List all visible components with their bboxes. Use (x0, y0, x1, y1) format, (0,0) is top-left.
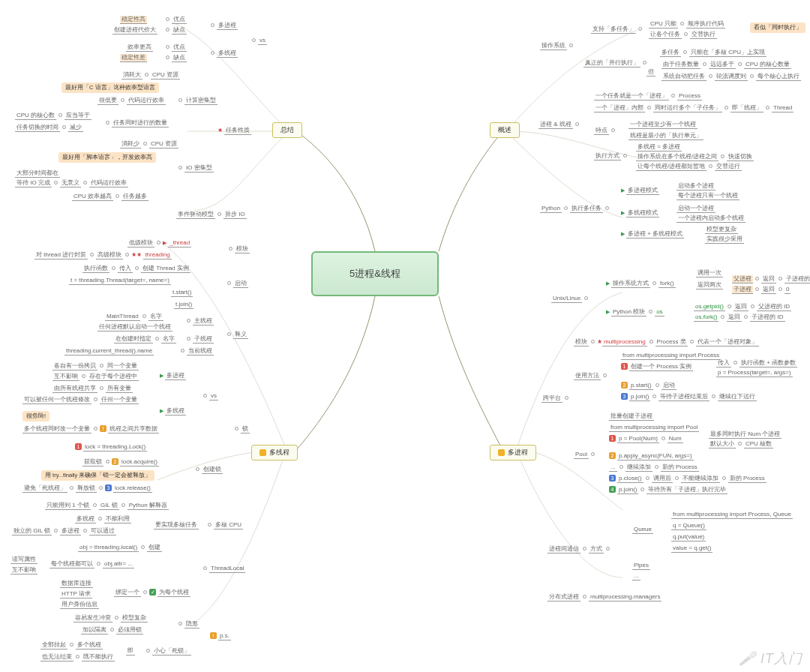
n[interactable]: 获取锁2lock.acquire() (82, 458, 159, 466)
n[interactable]: 等待 IO 完成无意义代码运行效率 (15, 178, 128, 188)
n[interactable]: p = Process(target=, args=) (716, 368, 793, 377)
n[interactable]: 也无法结束既不能执行 (40, 652, 115, 662)
n[interactable]: 对 thread 进行封装高级模块★★ threading (34, 250, 172, 260)
n[interactable]: q = Queue() (671, 521, 706, 530)
n[interactable]: os.getpid()返回父进程的 ID (694, 302, 791, 311)
n[interactable]: 创建锁 (194, 465, 223, 474)
n[interactable]: HTTP 请求 (60, 590, 92, 598)
n[interactable]: 优点 (164, 15, 187, 24)
n[interactable]: 1lock = threading.Lock() (75, 442, 147, 452)
n[interactable]: 小心「死锁」 (144, 646, 191, 656)
n[interactable]: 消耗大CPU 资源 (122, 70, 180, 80)
n[interactable]: 数据库连接 (60, 579, 93, 588)
n[interactable]: threading.current_thread().name (64, 346, 154, 356)
n[interactable]: 模块★multiprocessingProcess 类代表一个「进程对象」 (574, 338, 759, 346)
n[interactable]: !p.s. (210, 632, 231, 640)
n[interactable]: 事件驱动模型异步 IO (176, 210, 247, 219)
n[interactable]: 创建进程代价大 (112, 26, 158, 34)
n-ipc[interactable]: 进程间通信方式 (548, 544, 612, 554)
n[interactable]: 即 (126, 646, 135, 656)
n[interactable]: 要实现多核任务 (154, 520, 199, 530)
n[interactable]: 任何进程默认启动一个线程 (98, 322, 172, 332)
n[interactable]: 多进程 (208, 21, 238, 30)
n[interactable]: 多进程 (160, 371, 186, 380)
n[interactable]: ...继续添加新的 Process (609, 463, 699, 472)
n[interactable]: 计算密集型 (176, 96, 218, 105)
n[interactable]: 任务同时进行的数量 (104, 118, 169, 128)
n[interactable]: from multiprocessing import Pool (609, 423, 699, 432)
n[interactable]: IO 密集型 (176, 164, 214, 172)
n[interactable]: 3p.join()等待子进程结束后继续往下运行 (621, 392, 757, 401)
n[interactable]: 互不影响存在于每个进程中 (52, 372, 139, 381)
n[interactable]: 每个线程都可以obj.attr= ... (50, 560, 134, 568)
n[interactable]: 容易发生冲突模型复杂 (74, 614, 148, 622)
n[interactable]: 实践很少采用 (705, 235, 744, 244)
n[interactable]: 任务切换的时间减少 (15, 123, 83, 132)
n[interactable]: 多线程不能利用 (75, 514, 131, 524)
n[interactable]: Python 模块os (606, 308, 664, 316)
n[interactable]: 执行方式 (594, 152, 629, 160)
n[interactable]: 操作系统在多个线程/进程之间快速切换 (636, 152, 754, 161)
n[interactable]: 父进程返回子进程的 ID (732, 274, 810, 284)
n[interactable]: 启动一个进程 (676, 204, 716, 213)
n[interactable]: 1p = Pool(Num)Num (609, 434, 683, 443)
n[interactable]: 特点 (594, 126, 617, 135)
n[interactable]: 避免「死线程」释放锁3lock.release() (22, 484, 152, 493)
n[interactable]: 使用方法 (574, 371, 609, 380)
n[interactable]: 只能用到 1 个锁GIL 锁Python 解释器 (45, 501, 169, 510)
n[interactable]: 一个进程内启动多个线程 (676, 214, 746, 223)
n[interactable]: 多进程 + 多线程模式 (621, 230, 684, 238)
n[interactable]: 最多同时执行 Num 个进程 (709, 430, 782, 439)
n[interactable]: 操作系统方式fork() (606, 279, 676, 288)
n[interactable]: ThreadLocal (201, 564, 245, 573)
n[interactable]: 调用一次 (696, 268, 723, 278)
n[interactable]: 一个进程至少有一个线程 (628, 120, 698, 129)
n-lock[interactable]: 锁 (232, 424, 250, 434)
n[interactable]: 独立的 GIL 锁多进程可以通过 (12, 526, 116, 536)
n[interactable]: 分布式进程multiprocessing.managers (548, 592, 662, 602)
n[interactable]: 多线程模式 (621, 208, 659, 218)
n-parallel[interactable]: 真正的「并行执行」 (584, 58, 649, 68)
n[interactable]: 缺点 (164, 53, 187, 62)
n[interactable]: 缺点 (164, 26, 187, 34)
n[interactable]: ... (632, 572, 640, 580)
n-os[interactable]: 操作系统 (540, 41, 575, 50)
n-unix[interactable]: Unix/Linux (551, 294, 590, 303)
n[interactable]: 大部分时间都在 (15, 169, 60, 178)
n[interactable]: 消耗少CPU 资源 (120, 140, 178, 148)
n[interactable]: 低级模块_thread (128, 238, 191, 248)
n[interactable]: 由于任务数量远远多于CPU 的核心数量 (662, 60, 791, 69)
n[interactable]: t = threading.Thread(target=, name=) (69, 276, 171, 285)
n[interactable]: from multiprocessing import Process, Que… (671, 510, 793, 519)
n[interactable]: 读写属性 (10, 555, 38, 564)
n[interactable]: from multiprocessing import Process (621, 351, 721, 360)
n-multitask[interactable]: 支持「多任务」 (591, 25, 644, 34)
n[interactable]: vs (201, 392, 218, 400)
n[interactable]: 多任务只能在「多核 CPU」上实现 (660, 48, 766, 57)
n[interactable]: 稳定性高 (120, 15, 147, 24)
n[interactable]: 多进程模式 (621, 186, 659, 195)
n[interactable]: 2p.start()启动 (621, 381, 676, 390)
n[interactable]: 全部挂起多个线程 (40, 640, 103, 650)
n[interactable]: 默认大小CPU 核数 (709, 440, 773, 448)
n[interactable]: 加以隔离必须用锁 (81, 626, 143, 634)
n-cross[interactable]: 跨平台 (542, 394, 571, 403)
n[interactable]: 1创建一个 Process 实例 (621, 362, 693, 371)
n[interactable]: 由所有线程共享所有变量 (52, 384, 133, 393)
n[interactable]: q.put(value) (671, 532, 706, 542)
n[interactable]: 模型更复杂 (705, 225, 738, 234)
n[interactable]: 多核 CPU (206, 520, 243, 530)
n[interactable]: 4p.join()等待所有「子进程」执行完毕 (609, 485, 728, 494)
n[interactable]: 模块 (226, 244, 250, 254)
n[interactable]: 在创建时指定名字 (114, 334, 176, 344)
n[interactable]: 系统自动把任务轮流调度到每个核心上执行 (662, 72, 801, 81)
n-proc-thread[interactable]: 进程 & 线程 (538, 120, 581, 129)
n[interactable]: 隐形 (176, 620, 200, 628)
n-python[interactable]: Python执行多任务 (540, 204, 611, 213)
n[interactable]: 子进程返回0 (732, 285, 790, 294)
n[interactable]: 3p.close()调用后不能继续添加新的 Process (609, 474, 766, 483)
n[interactable]: CPU 的核心数应当等于 (15, 111, 92, 120)
n[interactable]: 让各个任务交替执行 (649, 30, 717, 39)
n[interactable]: 优点 (164, 43, 187, 52)
n[interactable]: obj = threading.local()创建 (78, 543, 162, 552)
